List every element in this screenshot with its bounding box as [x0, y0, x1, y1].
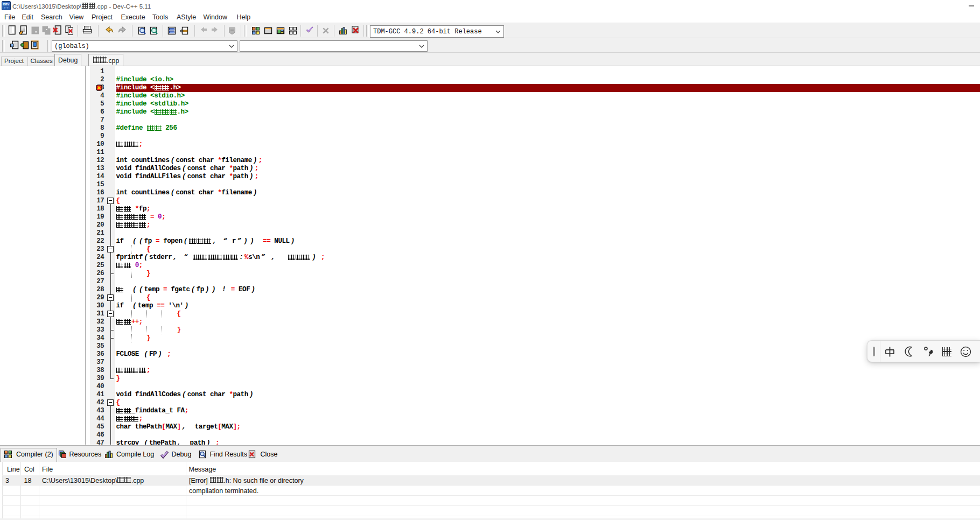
svg-text:DEV: DEV: [3, 3, 10, 6]
svg-text:+·+: +·+: [4, 6, 9, 9]
